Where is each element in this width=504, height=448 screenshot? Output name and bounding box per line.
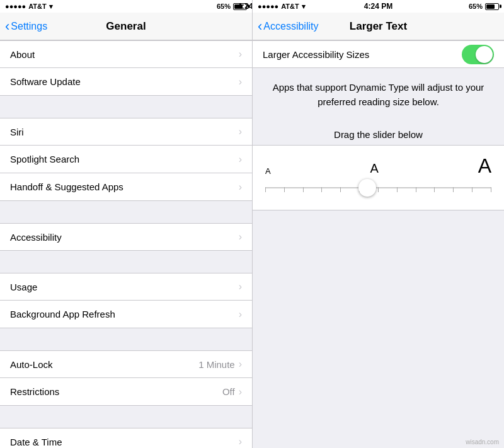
- left-carrier: AT&T: [28, 3, 47, 10]
- left-nav-bar: ‹ Settings General: [0, 13, 252, 40]
- drag-label: Drag the slider below: [253, 119, 504, 145]
- slider-track-container[interactable]: [265, 178, 491, 197]
- section-gap-3: [0, 251, 252, 273]
- handoff-chevron-icon: ›: [239, 181, 242, 193]
- settings-group-2: Siri › Spotlight Search › Handoff & Sugg…: [0, 118, 252, 201]
- left-battery-icon: [233, 3, 247, 10]
- slider-label-small: A: [265, 166, 271, 176]
- slider-tick: [491, 187, 491, 192]
- settings-row-spotlight[interactable]: Spotlight Search ›: [0, 146, 252, 173]
- slider-tick: [453, 187, 454, 192]
- settings-row-accessibility[interactable]: Accessibility ›: [0, 223, 252, 251]
- settings-row-about[interactable]: About ›: [0, 40, 252, 68]
- settings-row-software-update[interactable]: Software Update ›: [0, 68, 252, 96]
- settings-row-background-refresh[interactable]: Background App Refresh ›: [0, 301, 252, 328]
- slider-thumb[interactable]: [358, 179, 376, 197]
- section-gap-1: [0, 96, 252, 118]
- right-wifi-icon: ▾: [302, 3, 306, 11]
- right-status-left: ●●●●● AT&T ▾: [258, 3, 306, 11]
- left-panel: ●●●●● AT&T ▾ 4:24 PM 65% ‹ Settings Gene…: [0, 0, 252, 448]
- software-update-label: Software Update: [10, 76, 239, 87]
- right-battery-pct: 65%: [469, 3, 483, 10]
- right-content: Larger Accessibility Sizes Apps that sup…: [253, 40, 504, 448]
- accessibility-label: Accessibility: [10, 232, 239, 243]
- left-battery-pct: 65%: [217, 3, 231, 10]
- right-battery-icon: [485, 3, 499, 10]
- handoff-label: Handoff & Suggested Apps: [10, 181, 239, 192]
- restrictions-chevron-icon: ›: [239, 386, 242, 398]
- settings-group-1: About › Software Update ›: [0, 40, 252, 96]
- autolock-value: 1 Minute: [198, 359, 235, 370]
- settings-row-autolock[interactable]: Auto-Lock 1 Minute ›: [0, 350, 252, 378]
- software-update-chevron-icon: ›: [239, 76, 242, 88]
- slider-tick: [416, 187, 416, 192]
- right-time: 4:24 PM: [364, 2, 392, 11]
- settings-row-handoff[interactable]: Handoff & Suggested Apps ›: [0, 173, 252, 201]
- left-settings-content: About › Software Update › Siri › Spotlig…: [0, 40, 252, 448]
- slider-tick: [303, 187, 304, 192]
- datetime-chevron-icon: ›: [239, 436, 242, 447]
- slider-tick: [378, 187, 379, 192]
- autolock-label: Auto-Lock: [10, 359, 198, 370]
- autolock-chevron-icon: ›: [239, 359, 242, 370]
- settings-row-restrictions[interactable]: Restrictions Off ›: [0, 378, 252, 406]
- about-chevron-icon: ›: [239, 49, 242, 60]
- slider-labels: A A A: [265, 156, 491, 176]
- settings-group-5: Auto-Lock 1 Minute › Restrictions Off ›: [0, 350, 252, 406]
- slider-tick: [472, 187, 472, 192]
- larger-accessibility-toggle[interactable]: [462, 45, 494, 64]
- right-status-bar: ●●●●● AT&T ▾ 4:24 PM 65%: [253, 0, 504, 13]
- right-signal-dots: ●●●●●: [258, 3, 278, 10]
- spotlight-label: Spotlight Search: [10, 154, 239, 164]
- slider-tick: [265, 187, 266, 192]
- right-nav-title: Larger Text: [350, 20, 407, 33]
- section-gap-4: [0, 328, 252, 350]
- section-gap-2: [0, 201, 252, 223]
- restrictions-label: Restrictions: [10, 386, 222, 397]
- settings-group-3: Accessibility ›: [0, 223, 252, 251]
- siri-chevron-icon: ›: [239, 126, 242, 137]
- right-panel: ●●●●● AT&T ▾ 4:24 PM 65% ‹ Accessibility…: [252, 0, 504, 448]
- toggle-knob: [476, 46, 493, 63]
- background-refresh-label: Background App Refresh: [10, 309, 239, 319]
- left-back-button[interactable]: ‹ Settings: [5, 20, 47, 33]
- about-label: About: [10, 49, 239, 60]
- settings-row-datetime[interactable]: Date & Time ›: [0, 428, 252, 448]
- settings-row-siri[interactable]: Siri ›: [0, 118, 252, 146]
- right-carrier: AT&T: [281, 3, 299, 10]
- slider-label-medium: A: [370, 161, 378, 176]
- slider-track: [265, 187, 491, 188]
- siri-label: Siri: [10, 127, 239, 137]
- left-back-label: Settings: [11, 21, 47, 32]
- watermark: wisadn.com: [466, 439, 499, 445]
- left-wifi-icon: ▾: [49, 3, 53, 11]
- usage-chevron-icon: ›: [239, 281, 242, 292]
- right-back-button[interactable]: ‹ Accessibility: [258, 20, 318, 33]
- restrictions-value: Off: [222, 386, 235, 397]
- section-gap-5: [0, 406, 252, 428]
- accessibility-chevron-icon: ›: [239, 231, 242, 243]
- left-status-bar: ●●●●● AT&T ▾ 4:24 PM 65%: [0, 0, 252, 13]
- right-nav-bar: ‹ Accessibility Larger Text: [253, 13, 504, 40]
- left-status-left: ●●●●● AT&T ▾: [5, 3, 53, 11]
- description-text: Apps that support Dynamic Type will adju…: [263, 81, 494, 109]
- right-back-label: Accessibility: [263, 21, 318, 32]
- settings-group-6: Date & Time ›: [0, 428, 252, 448]
- settings-row-usage[interactable]: Usage ›: [0, 273, 252, 301]
- slider-tick: [340, 187, 341, 192]
- larger-accessibility-label: Larger Accessibility Sizes: [263, 49, 462, 60]
- larger-accessibility-row: Larger Accessibility Sizes: [253, 40, 504, 68]
- slider-tick: [321, 187, 322, 192]
- left-status-right: 65%: [217, 3, 247, 10]
- slider-tick: [284, 187, 285, 192]
- left-signal-dots: ●●●●●: [5, 3, 26, 10]
- slider-label-large: A: [478, 156, 491, 176]
- spotlight-chevron-icon: ›: [239, 154, 242, 165]
- slider-tick: [434, 187, 435, 192]
- slider-tick: [397, 187, 398, 192]
- datetime-label: Date & Time: [10, 437, 239, 447]
- right-status-right: 65%: [469, 3, 499, 10]
- background-refresh-chevron-icon: ›: [239, 309, 242, 320]
- slider-section: A A A: [253, 145, 504, 210]
- description-section: Apps that support Dynamic Type will adju…: [253, 68, 504, 119]
